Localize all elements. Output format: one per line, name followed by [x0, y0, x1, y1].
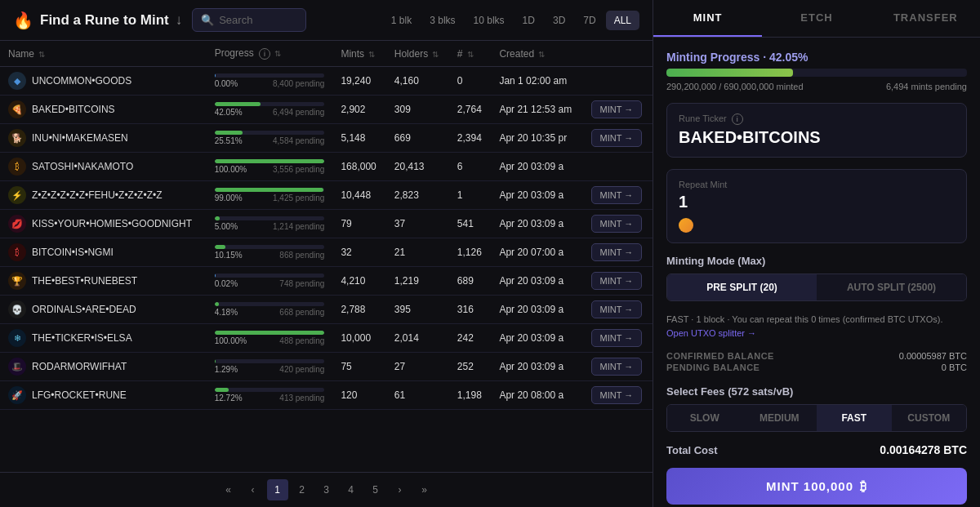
holders-cell: 21	[386, 238, 449, 267]
rune-name: UNCOMMON•GOODS	[32, 75, 131, 87]
mint-button[interactable]: MINT →	[591, 129, 643, 147]
mint-button[interactable]: MINT →	[591, 329, 643, 347]
action-cell: MINT →	[583, 238, 653, 267]
mints-cell: 4,210	[332, 267, 385, 296]
progress-cell: 0.02% 748 pending	[207, 267, 333, 296]
table-row: ◆ UNCOMMON•GOODS 0.00% 8,400 pending 19,…	[0, 67, 653, 96]
rune-icon: ❄	[8, 329, 26, 347]
total-cost-value: 0.00164278 BTC	[880, 443, 967, 456]
time-filter-1blk[interactable]: 1 blk	[383, 11, 420, 30]
mint-button[interactable]: MINT →	[591, 358, 643, 376]
name-cell: ₿ BITCOIN•IS•NGMI	[0, 238, 207, 267]
mode-buttons: PRE SPLIT (20)AUTO SPLIT (2500)	[666, 274, 967, 301]
page-num-3[interactable]: 3	[316, 479, 337, 500]
progress-cell: 4.18% 668 pending	[207, 296, 333, 324]
progress-pending: 413 pending	[279, 394, 324, 402]
pending-balance-row: PENDING BALANCE 0 BTC	[666, 362, 967, 372]
col-created[interactable]: Created ⇅	[491, 41, 582, 67]
page-num-1[interactable]: 1	[267, 479, 288, 500]
fee-btn-slow[interactable]: SLOW	[667, 405, 742, 431]
mint-button[interactable]: MINT →	[591, 100, 643, 118]
open-utxo-splitter-link[interactable]: Open UTXO splitter →	[666, 328, 756, 338]
mint-button[interactable]: MINT →	[591, 386, 643, 404]
search-box[interactable]: 🔍	[192, 8, 306, 32]
fee-btn-custom[interactable]: CUSTOM	[892, 405, 967, 431]
time-filter-3blks[interactable]: 3 blks	[421, 11, 463, 30]
page-num-4[interactable]: 4	[341, 479, 362, 500]
fee-btn-medium[interactable]: MEDIUM	[742, 405, 817, 431]
total-cost-label: Total Cost	[666, 444, 718, 456]
mint-button[interactable]: MINT →	[591, 215, 643, 233]
holders-cell: 4,160	[386, 67, 449, 96]
page-num-2[interactable]: 2	[292, 479, 313, 500]
repeat-mint-card: Repeat Mint 1	[666, 169, 967, 243]
page-num-5[interactable]: 5	[365, 479, 386, 500]
panel-tab-transfer[interactable]: TRANSFER	[871, 0, 980, 37]
holders-cell: 669	[386, 124, 449, 153]
action-cell: MINT →	[583, 296, 653, 324]
progress-pending: 868 pending	[279, 251, 324, 260]
mode-btn-auto-split-(2500)[interactable]: AUTO SPLIT (2500)	[817, 274, 966, 300]
progress-labels: 10.15% 868 pending	[215, 251, 325, 260]
fee-btn-fast[interactable]: FAST	[817, 405, 892, 431]
progress-cell: 100.00% 488 pending	[207, 324, 333, 353]
panel-tab-mint[interactable]: MINT	[653, 0, 762, 37]
table-row: 💀 ORDINALS•ARE•DEAD 4.18% 668 pending 2,…	[0, 296, 653, 324]
hash-cell: 1,198	[449, 381, 492, 410]
mints-cell: 10,448	[332, 181, 385, 210]
time-filter-10blks[interactable]: 10 blks	[466, 11, 513, 30]
col-mints[interactable]: Mints ⇅	[332, 41, 385, 67]
repeat-circle-icon	[679, 218, 693, 233]
mint-button[interactable]: MINT →	[591, 300, 643, 318]
progress-pending: 668 pending	[279, 308, 324, 317]
table-row: 🍕 BAKED•BITCOINS 42.05% 6,494 pending 2,…	[0, 96, 653, 124]
rune-name: THE•BEST•RUNEBEST	[32, 275, 137, 287]
search-input[interactable]	[219, 14, 297, 26]
progress-cell: 12.72% 413 pending	[207, 381, 333, 410]
name-cell: 💀 ORDINALS•ARE•DEAD	[0, 296, 207, 324]
holders-cell: 2,823	[386, 181, 449, 210]
mints-cell: 75	[332, 353, 385, 381]
panel-tab-etch[interactable]: ETCH	[762, 0, 871, 37]
time-filter-3D[interactable]: 3D	[545, 11, 573, 30]
mint-button[interactable]: MINT →	[591, 272, 643, 290]
page-first[interactable]: «	[218, 479, 239, 500]
time-filter-1D[interactable]: 1D	[514, 11, 543, 30]
mint-button[interactable]: MINT →	[591, 186, 643, 204]
mint-action-button[interactable]: MINT 100,000 ₿	[666, 468, 967, 505]
rune-name: BAKED•BITCOINS	[32, 104, 115, 115]
page-last[interactable]: »	[414, 479, 435, 500]
col-progress[interactable]: Progress i ⇅	[207, 41, 333, 67]
progress-cell: 100.00% 3,556 pending	[207, 153, 333, 181]
progress-bar-fill	[215, 216, 220, 220]
name-cell: ❄ THE•TICKER•IS•ELSA	[0, 324, 207, 353]
created-cell: Apr 20 03:09 a	[491, 153, 582, 181]
col-hash[interactable]: # ⇅	[449, 41, 492, 67]
rune-name: LFG•ROCKET•RUNE	[32, 389, 127, 401]
mint-button[interactable]: MINT →	[591, 243, 643, 261]
info-text: FAST · 1 block · You can repeat this 0 t…	[666, 313, 967, 340]
page-next[interactable]: ›	[390, 479, 411, 500]
page-prev[interactable]: ‹	[243, 479, 264, 500]
created-cell: Apr 20 03:09 a	[491, 267, 582, 296]
progress-labels: 12.72% 413 pending	[215, 394, 325, 402]
rune-icon: ◆	[8, 72, 26, 90]
mode-btn-pre-split-(20)[interactable]: PRE SPLIT (20)	[667, 274, 817, 300]
time-filter-ALL[interactable]: ALL	[606, 11, 639, 30]
rune-ticker-label: Rune Ticker i	[679, 113, 955, 125]
name-cell: 🎩 RODARMORWIFHAT	[0, 353, 207, 381]
progress-pct: 100.00%	[215, 336, 247, 345]
time-filter-7D[interactable]: 7D	[575, 11, 604, 30]
hash-cell: 541	[449, 210, 492, 238]
mints-cell: 120	[332, 381, 385, 410]
action-cell: MINT →	[583, 267, 653, 296]
col-holders[interactable]: Holders ⇅	[386, 41, 449, 67]
created-cell: Apr 20 03:09 a	[491, 353, 582, 381]
fee-section: Select Fees (572 sats/vB) SLOWMEDIUMFAST…	[666, 385, 967, 432]
rune-icon: 🏆	[8, 272, 26, 290]
progress-cell: 5.00% 1,214 pending	[207, 210, 333, 238]
search-icon: 🔍	[201, 14, 214, 26]
col-name[interactable]: Name ⇅	[0, 41, 207, 67]
progress-cell: 42.05% 6,494 pending	[207, 96, 333, 124]
progress-pct: 0.02%	[215, 279, 238, 288]
